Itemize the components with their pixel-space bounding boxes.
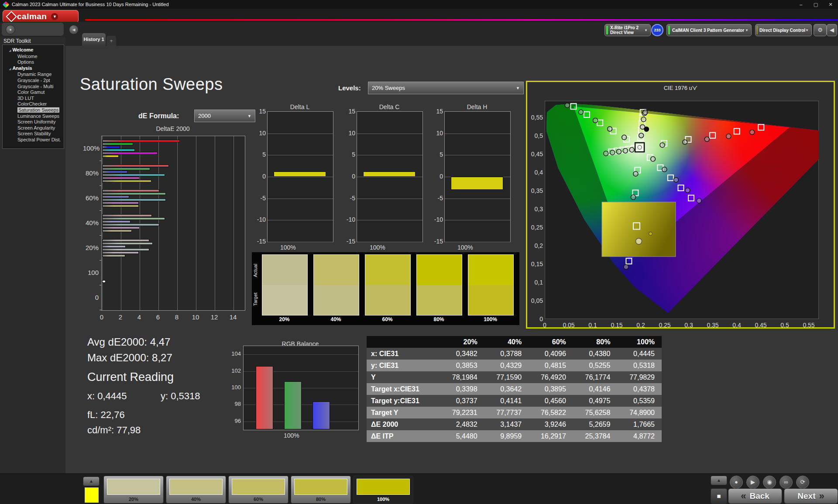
- group-label: 40%: [83, 219, 99, 226]
- group-label: 20%: [83, 244, 99, 251]
- table-row-label: y: CIE31: [367, 360, 440, 371]
- tree-item-grayscale-multi[interactable]: Grayscale - Multi: [3, 84, 64, 90]
- bar-blue: [313, 401, 330, 429]
- tree-item-3d-lut[interactable]: 3D LUT: [3, 96, 64, 102]
- workspace-dot-button[interactable]: ●: [6, 25, 15, 34]
- deltaL-title: Delta L: [267, 103, 333, 110]
- table-row: Y78,198477,159076,492076,177477,9829: [367, 371, 662, 383]
- measured-marker-green: [593, 118, 598, 123]
- white-point-measured: [638, 145, 642, 149]
- cie-chart-title: CIE 1976 u'v': [527, 85, 834, 91]
- table-cell: 0,4378: [617, 383, 662, 395]
- gridline: [268, 242, 333, 242]
- sidebar-collapse-button[interactable]: ◀: [69, 25, 79, 34]
- bar-white-100: [102, 280, 106, 283]
- gridline: [445, 199, 510, 199]
- cie-diagram-svg: [545, 101, 819, 319]
- tree-expander-icon[interactable]: ◢: [9, 49, 11, 52]
- patch-label: 20%: [104, 497, 163, 502]
- axis-tick: [100, 235, 101, 236]
- stop-button[interactable]: ■: [711, 488, 727, 504]
- tree-item-colorchecker[interactable]: ColorChecker: [3, 101, 64, 107]
- tree-item-saturation-sweeps[interactable]: Saturation Sweeps: [3, 107, 64, 113]
- patch-button-60%[interactable]: 60%: [228, 476, 288, 504]
- add-tab-button[interactable]: +: [106, 36, 116, 46]
- tree-item-welcome[interactable]: Welcome: [3, 54, 64, 60]
- tab-history-1[interactable]: History 1: [82, 33, 106, 46]
- calman-menu-button[interactable]: calman ▼: [3, 10, 79, 23]
- tree-item-screen-angularity[interactable]: Screen Angularity: [3, 125, 64, 131]
- capture-button[interactable]: ◉: [763, 476, 776, 489]
- transport-up-button[interactable]: ▲: [711, 476, 727, 485]
- maximize-button[interactable]: ▢: [808, 2, 823, 7]
- bar-green-60%: [102, 192, 166, 195]
- patch-button-20%[interactable]: 20%: [103, 476, 164, 504]
- patch-button-80%[interactable]: 80%: [291, 476, 351, 504]
- measured-marker-yellow: [641, 117, 646, 122]
- tree-item-luminance-sweeps[interactable]: Luminance Sweeps: [3, 113, 64, 120]
- patch-button-40%[interactable]: 40%: [166, 476, 226, 504]
- deltaC-plot-area: [357, 111, 423, 242]
- tree-item-analysis[interactable]: ◢Analysis: [3, 65, 64, 72]
- cie-x-tick: 0,5: [776, 322, 793, 329]
- table-cell: 0,4329: [484, 360, 529, 371]
- tree-item-screen-stability[interactable]: Screen Stability: [3, 131, 64, 137]
- patch-list-up-button[interactable]: ▲: [83, 477, 100, 486]
- patch-button-100%[interactable]: 100%: [353, 476, 413, 504]
- cie-x-tick: 0,2: [632, 322, 649, 329]
- next-button[interactable]: Next »: [784, 488, 838, 504]
- swatch-label: 20%: [262, 316, 307, 322]
- swatch-actual-100%: [468, 254, 514, 285]
- measured-marker-green: [565, 103, 570, 108]
- table-cell: 25,3784: [573, 430, 618, 442]
- de-formula-dropdown[interactable]: 2000▼: [194, 110, 255, 122]
- table-cell: 0,4445: [617, 348, 662, 360]
- refresh-button[interactable]: ⟳: [796, 476, 809, 489]
- levels-dropdown[interactable]: 20% Sweeps▼: [368, 82, 524, 94]
- swatch-label: 40%: [313, 316, 358, 322]
- measured-marker-cyan: [629, 147, 634, 152]
- tree-expander-icon[interactable]: ◢: [9, 67, 11, 70]
- cie-y-tick: 0,1: [528, 279, 543, 286]
- table-cell: 5,2659: [573, 418, 618, 430]
- tree-item-color-gamut[interactable]: Color Gamut: [3, 89, 64, 96]
- loop-button[interactable]: ∞: [780, 476, 793, 489]
- minimize-button[interactable]: –: [793, 2, 808, 7]
- settings-gear-button[interactable]: ⚙: [814, 24, 827, 36]
- back-chevron-icon: «: [741, 490, 746, 502]
- tree-item-options[interactable]: Options: [3, 59, 64, 65]
- current-patch-swatch: [85, 487, 99, 503]
- pattern-generator-dropdown[interactable]: CalMAN Client 3 Pattern Generator ▼: [666, 24, 752, 36]
- measured-marker-magenta: [662, 167, 667, 172]
- y-tick-label: 5: [433, 151, 443, 158]
- gridline: [234, 136, 234, 310]
- tree-item-grayscale-2pt[interactable]: Grayscale - 2pt: [3, 78, 64, 84]
- measured-marker-magenta: [651, 157, 656, 161]
- panel-collapse-button[interactable]: ◀: [827, 24, 837, 36]
- table-row-label: Target y:CIE31: [367, 395, 440, 407]
- tree-item-screen-uniformity[interactable]: Screen Uniformity: [3, 119, 64, 125]
- cie-x-tick: 0,45: [752, 322, 769, 329]
- close-button[interactable]: ✕: [823, 2, 838, 7]
- y-tick-label: -5: [433, 195, 443, 202]
- bar-blue-100%: [102, 146, 120, 148]
- tree-item-welcome[interactable]: ◢Welcome: [3, 47, 64, 54]
- display-control-dropdown[interactable]: Direct Display Control ▼: [755, 24, 812, 36]
- record-button[interactable]: ●: [730, 476, 743, 489]
- bar-yellow-20%: [102, 254, 125, 257]
- cie-x-tick: 0,25: [656, 322, 673, 329]
- gridline: [445, 242, 510, 242]
- current-reading-heading: Current Reading: [87, 370, 174, 384]
- y-tick-label: 10: [345, 130, 355, 137]
- axis-tick: [100, 185, 101, 186]
- play-button[interactable]: ▶: [746, 476, 759, 489]
- tree-item-spectral-power-dist-[interactable]: Spectral Power Dist.: [3, 137, 64, 143]
- meter-dropdown[interactable]: X-Rite i1Pro 2Direct View ▼: [604, 24, 651, 36]
- cie-x-tick: 0,3: [680, 322, 697, 329]
- back-button[interactable]: « Back: [728, 488, 782, 504]
- tree-item-dynamic-range[interactable]: Dynamic Range: [3, 72, 64, 78]
- cie-1976-chart-panel[interactable]: CIE 1976 u'v' 00,050,10,150,20,250,30,35…: [526, 81, 835, 329]
- meter-badge[interactable]: 233: [651, 24, 663, 36]
- table-cell: 5,4480: [440, 430, 484, 442]
- cie-y-tick: 0,45: [528, 151, 543, 158]
